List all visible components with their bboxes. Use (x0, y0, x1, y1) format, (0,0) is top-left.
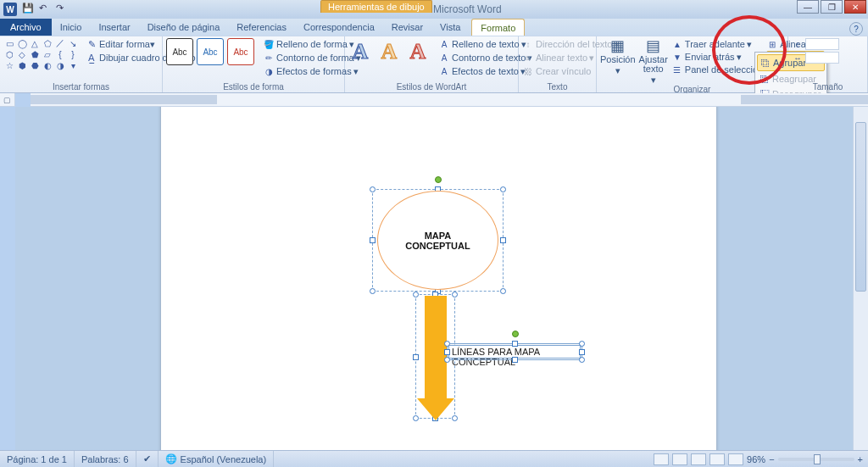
text-box-icon: A̲ (86, 52, 97, 64)
zoom-out-button[interactable]: − (769, 454, 774, 464)
language-icon: 🌐 (165, 453, 177, 464)
group-size: ↕ ↔ Tamaño (788, 36, 868, 92)
oval-text-line2: CONCEPTUAL (405, 241, 470, 251)
group-arrange: ▦ Posición▾ ▤ Ajustar texto▾ ▲Traer adel… (597, 36, 788, 92)
view-print-layout-button[interactable] (654, 453, 669, 465)
tab-home[interactable]: Inicio (52, 19, 91, 36)
oval-shape[interactable]: MAPA CONCEPTUAL (377, 191, 498, 290)
zoom-level[interactable]: 96% (747, 454, 765, 464)
status-bar: Página: 1 de 1 Palabras: 6 ✔ 🌐Español (V… (0, 450, 868, 467)
resize-handle[interactable] (413, 292, 419, 297)
title-bar: W 💾 ↶ ↷ Documento1 - Microsoft Word Herr… (0, 0, 868, 19)
resize-handle[interactable] (512, 357, 518, 363)
selection-pane-button[interactable]: ☰Panel de selección (671, 64, 763, 75)
bring-forward-button[interactable]: ▲Traer adelante ▾ (671, 38, 763, 50)
tab-review[interactable]: Revisar (383, 19, 431, 36)
position-button[interactable]: ▦ Posición▾ (600, 38, 636, 75)
redo-icon[interactable]: ↷ (56, 3, 70, 16)
tab-insert[interactable]: Insertar (90, 19, 138, 36)
tab-file[interactable]: Archivo (0, 19, 52, 36)
window-title: Documento1 - Microsoft Word (0, 3, 868, 15)
status-proofing[interactable]: ✔ (136, 451, 159, 467)
height-input[interactable]: ↕ (792, 38, 839, 50)
resize-handle[interactable] (370, 237, 376, 243)
resize-handle[interactable] (413, 354, 419, 360)
rotation-handle-icon[interactable] (512, 331, 519, 337)
rotation-handle-icon[interactable] (435, 176, 442, 183)
selection-box-textbox[interactable] (447, 343, 582, 360)
zoom-slider-thumb[interactable] (814, 454, 821, 464)
zoom-in-button[interactable]: + (858, 454, 863, 464)
status-page[interactable]: Página: 1 de 1 (0, 451, 75, 467)
scrollbar-thumb[interactable] (855, 122, 866, 292)
wrap-text-button[interactable]: ▤ Ajustar texto▾ (639, 38, 668, 85)
group-wordart-styles: A A A ARelleno de texto ▾ AContorno de t… (345, 36, 519, 92)
width-icon: ↔ (792, 52, 804, 64)
shape-style-gallery[interactable]: Abc Abc Abc (166, 38, 254, 65)
resize-handle[interactable] (579, 349, 585, 355)
bring-forward-icon: ▲ (671, 38, 683, 50)
resize-handle[interactable] (500, 186, 506, 192)
view-draft-button[interactable] (728, 453, 743, 465)
group-shape-styles: Abc Abc Abc 🪣Relleno de forma ▾ ✏Contorn… (163, 36, 345, 92)
zoom-slider[interactable] (778, 458, 854, 461)
help-icon[interactable]: ? (849, 22, 863, 36)
text-outline-icon: A (438, 52, 450, 64)
ribbon: ▭◯△⬠／↘ ⬡◇⬟▱{} ☆⬢⬣◐◑▾ ✎Editar forma ▾ A̲D… (0, 36, 868, 93)
view-outline-button[interactable] (709, 453, 725, 465)
tab-layout[interactable]: Diseño de página (139, 19, 229, 36)
shapes-gallery[interactable]: ▭◯△⬠／↘ ⬡◇⬟▱{} ☆⬢⬣◐◑▾ (3, 38, 79, 70)
resize-handle[interactable] (500, 288, 506, 294)
wordart-swatch[interactable]: A (377, 38, 401, 65)
position-icon: ▦ (610, 38, 625, 53)
group-label: Estilos de forma (166, 82, 341, 92)
group-label: Insertar formas (3, 82, 159, 92)
resize-handle[interactable] (444, 357, 450, 363)
oval-text-line1: MAPA (405, 231, 470, 241)
link-icon: ⛓ (522, 65, 534, 77)
wordart-swatch[interactable]: A (406, 38, 430, 65)
resize-handle[interactable] (444, 341, 450, 347)
text-direction-icon: ↕ (522, 38, 534, 50)
horizontal-ruler[interactable] (31, 93, 868, 107)
tab-references[interactable]: Referencias (228, 19, 295, 36)
view-fullscreen-button[interactable] (672, 453, 687, 465)
tab-mail[interactable]: Correspondencia (295, 19, 383, 36)
group-label: Tamaño (792, 82, 864, 92)
vertical-scrollbar[interactable] (853, 107, 868, 450)
tab-format[interactable]: Formato (471, 19, 525, 36)
view-web-button[interactable] (691, 453, 706, 465)
window-controls: — ❐ ✕ (795, 0, 866, 14)
resize-handle[interactable] (579, 357, 585, 363)
resize-handle[interactable] (512, 341, 518, 347)
shape-style-swatch[interactable]: Abc (197, 38, 224, 65)
wrap-icon: ▤ (646, 38, 660, 53)
width-input[interactable]: ↔ (792, 52, 839, 64)
send-backward-button[interactable]: ▼Enviar atrás ▾ (671, 51, 763, 63)
shape-style-swatch[interactable]: Abc (166, 38, 193, 65)
maximize-button[interactable]: ❐ (821, 0, 843, 14)
document-area[interactable]: MAPA CONCEPTUAL LÍNEAS PARA MAPA CONCEPT… (15, 107, 853, 450)
resize-handle[interactable] (500, 237, 506, 243)
align-text-icon: ≡ (522, 52, 534, 64)
resize-handle[interactable] (444, 349, 450, 355)
undo-icon[interactable]: ↶ (39, 3, 53, 16)
resize-handle[interactable] (370, 288, 376, 294)
save-icon[interactable]: 💾 (22, 3, 36, 16)
close-button[interactable]: ✕ (844, 0, 866, 14)
tab-view[interactable]: Vista (431, 19, 469, 36)
proofing-icon: ✔ (143, 453, 151, 464)
arrow-shape[interactable] (425, 296, 447, 399)
wordart-swatch[interactable]: A (348, 38, 372, 65)
resize-handle[interactable] (579, 341, 585, 347)
shape-style-swatch[interactable]: Abc (227, 38, 254, 65)
status-language[interactable]: 🌐Español (Venezuela) (159, 451, 275, 467)
ruler-corner[interactable]: ▢ (0, 93, 15, 107)
minimize-button[interactable]: — (797, 0, 819, 14)
text-effects-icon: A (438, 65, 450, 77)
wordart-gallery[interactable]: A A A (348, 38, 430, 65)
bucket-icon: 🪣 (263, 38, 275, 50)
resize-handle[interactable] (370, 186, 376, 192)
resize-handle[interactable] (452, 292, 458, 297)
status-words[interactable]: Palabras: 6 (75, 451, 136, 467)
